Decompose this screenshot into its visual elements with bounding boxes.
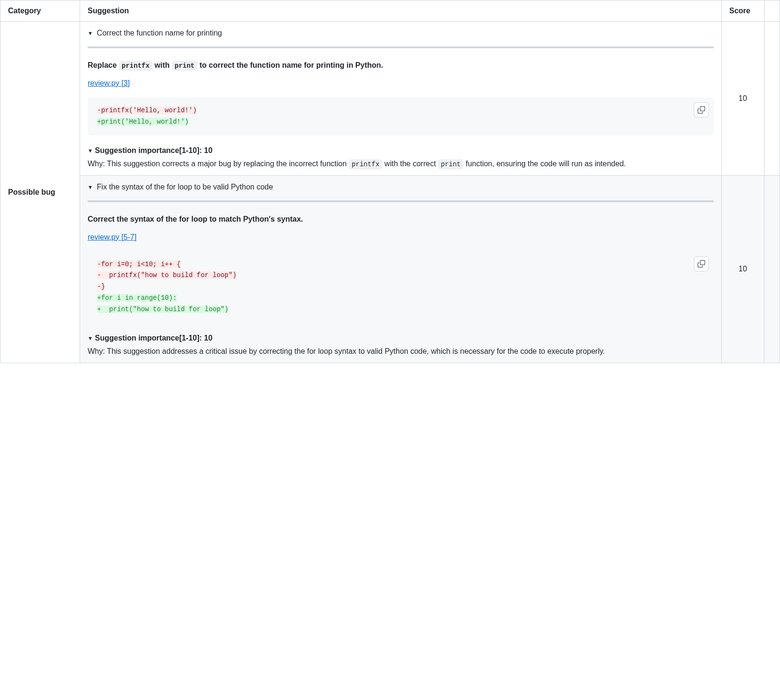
score-cell: 10 — [722, 175, 764, 363]
code-inline: printfx — [349, 159, 382, 170]
col-category: Category — [0, 0, 80, 22]
chevron-down-icon: ▼ — [88, 183, 93, 191]
suggestion-summary[interactable]: ▼ Correct the function name for printing — [88, 27, 714, 39]
suggestion-description: Replace printfx with print to correct th… — [88, 60, 714, 71]
importance-title: Suggestion importance[1-10]: 10 — [95, 334, 212, 342]
diff-add: +print('Hello, world!') — [97, 118, 189, 126]
suggestion-description: Correct the syntax of the for loop to ma… — [88, 214, 714, 225]
col-score: Score — [722, 0, 764, 22]
score-cell: 10 — [722, 22, 764, 176]
code-inline: print — [172, 61, 198, 71]
importance-summary[interactable]: ▼ Suggestion importance[1-10]: 10 — [88, 332, 714, 344]
divider — [88, 46, 714, 48]
divider — [88, 200, 714, 202]
code-block: -for i=0; i<10; i++ { - printfx("how to … — [88, 251, 714, 323]
suggestion-title: Fix the syntax of the for loop to be val… — [97, 181, 273, 193]
diff-add: +for i in range(10): — [97, 294, 177, 302]
chevron-down-icon: ▼ — [88, 147, 93, 155]
importance-title: Suggestion importance[1-10]: 10 — [95, 146, 212, 154]
chevron-down-icon: ▼ — [88, 334, 93, 342]
suggestions-table: Category Suggestion Score Possible bug ▼… — [0, 0, 780, 363]
file-link[interactable]: review.py [5-7] — [88, 233, 136, 241]
diff-add: + print("how to build for loop") — [97, 305, 228, 313]
code-block: -printfx('Hello, world!') +print('Hello,… — [88, 98, 714, 135]
file-link[interactable]: review.py [3] — [88, 79, 130, 87]
chevron-down-icon: ▼ — [88, 29, 93, 37]
extra-cell — [764, 175, 780, 363]
copy-button[interactable] — [694, 256, 709, 271]
diff-del: -for i=0; i<10; i++ { — [97, 260, 181, 268]
copy-icon — [698, 106, 705, 114]
copy-icon — [698, 260, 705, 268]
code-inline: printfx — [119, 61, 153, 71]
diff-del: - printfx("how to build for loop") — [97, 271, 236, 279]
category-cell: Possible bug — [0, 22, 80, 363]
importance-why: Why: This suggestion corrects a major bu… — [88, 158, 714, 170]
extra-cell — [764, 22, 780, 176]
suggestion-cell: ▼ Fix the syntax of the for loop to be v… — [80, 175, 722, 363]
copy-button[interactable] — [694, 102, 709, 117]
suggestion-summary[interactable]: ▼ Fix the syntax of the for loop to be v… — [88, 181, 714, 193]
table-row: ▼ Fix the syntax of the for loop to be v… — [0, 175, 780, 363]
suggestion-cell: ▼ Correct the function name for printing… — [80, 22, 722, 176]
col-suggestion: Suggestion — [80, 0, 722, 22]
suggestion-title: Correct the function name for printing — [97, 27, 222, 39]
diff-del: -} — [97, 283, 105, 290]
diff-del: -printfx('Hello, world!') — [97, 107, 197, 114]
code-inline: print — [438, 159, 463, 170]
table-row: Possible bug ▼ Correct the function name… — [0, 22, 780, 176]
col-extra — [764, 0, 780, 22]
importance-why: Why: This suggestion addresses a critica… — [88, 346, 714, 357]
importance-summary[interactable]: ▼ Suggestion importance[1-10]: 10 — [88, 145, 714, 156]
